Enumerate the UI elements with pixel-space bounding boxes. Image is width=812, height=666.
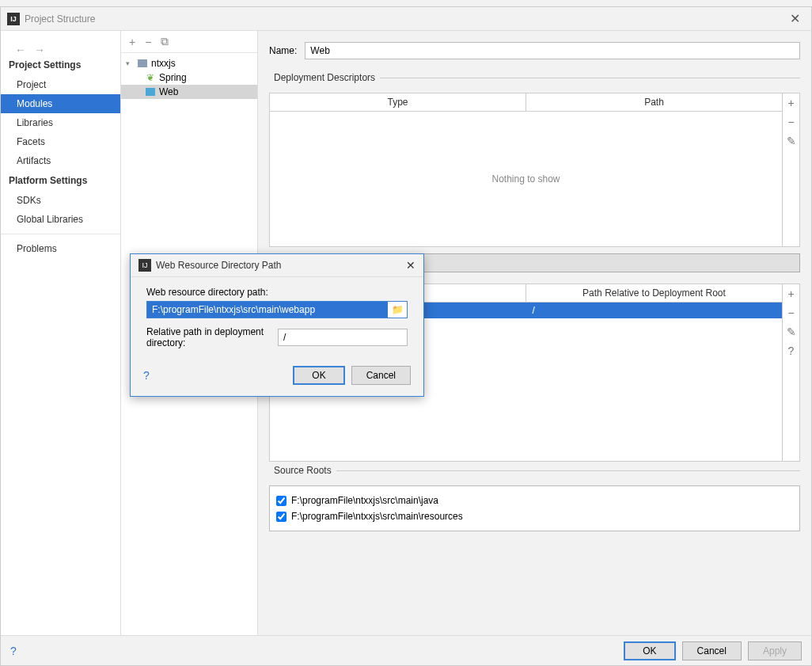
edit-icon[interactable]: ✎: [783, 131, 799, 150]
nav-arrows: ← →: [6, 39, 55, 61]
sidebar-item-artifacts[interactable]: Artifacts: [1, 151, 120, 170]
web-icon: [146, 88, 155, 96]
sidebar-item-libraries[interactable]: Libraries: [1, 113, 120, 132]
add-icon[interactable]: +: [783, 284, 799, 303]
name-input[interactable]: [305, 42, 800, 59]
path-input[interactable]: F:\programFile\ntxxjs\src\main\webapp 📁: [146, 301, 408, 318]
relative-label: Relative path in deployment directory:: [146, 326, 271, 348]
tree-node-web[interactable]: Web: [121, 85, 257, 99]
source-root-item[interactable]: F:\programFile\ntxxjs\src\main\resources: [276, 508, 793, 524]
tree-node-label: Web: [159, 86, 178, 97]
empty-text: Nothing to show: [491, 173, 560, 185]
ok-button[interactable]: OK: [293, 366, 344, 385]
spring-icon: ❦: [145, 72, 156, 83]
col-path: Path: [526, 93, 782, 111]
app-icon: IJ: [7, 13, 20, 25]
help-icon[interactable]: ?: [783, 341, 799, 360]
cell-relative: /: [526, 303, 783, 318]
browse-icon[interactable]: 📁: [388, 302, 407, 318]
close-icon[interactable]: ✕: [406, 259, 415, 272]
cancel-button[interactable]: Cancel: [682, 641, 742, 660]
sidebar-item-modules[interactable]: Modules: [1, 94, 120, 113]
col-relative-path: Path Relative to Deployment Root: [526, 284, 782, 302]
checkbox[interactable]: [276, 496, 286, 506]
source-root-path: F:\programFile\ntxxjs\src\main\resources: [291, 511, 463, 522]
remove-icon[interactable]: −: [783, 112, 799, 131]
deployment-descriptors-group: Deployment Descriptors: [269, 72, 800, 83]
source-root-path: F:\programFile\ntxxjs\src\main\java: [291, 495, 438, 506]
copy-icon[interactable]: ⧉: [161, 35, 169, 48]
sidebar-item-global-libraries[interactable]: Global Libraries: [1, 210, 120, 229]
ok-button[interactable]: OK: [624, 641, 675, 660]
source-roots-group: Source Roots: [269, 465, 800, 476]
sidebar-item-project[interactable]: Project: [1, 75, 120, 94]
heading-platform-settings: Platform Settings: [1, 170, 120, 191]
tree-node-spring[interactable]: ❦ Spring: [121, 70, 257, 85]
help-icon[interactable]: ?: [10, 645, 17, 657]
remove-icon[interactable]: −: [145, 36, 151, 48]
sr-legend: Source Roots: [269, 465, 336, 476]
remove-icon[interactable]: −: [783, 303, 799, 322]
col-type: Type: [270, 93, 526, 111]
web-resource-dialog: IJ Web Resource Directory Path ✕ Web res…: [130, 253, 424, 397]
checkbox[interactable]: [276, 512, 286, 522]
app-icon: IJ: [138, 259, 151, 272]
sidebar-item-problems[interactable]: Problems: [1, 239, 120, 258]
relative-input[interactable]: [278, 329, 408, 346]
footer: ? OK Cancel Apply: [1, 635, 811, 665]
dd-table: Type Path Nothing to show + − ✎: [269, 93, 800, 247]
dialog-title: Web Resource Directory Path: [156, 260, 406, 271]
apply-button[interactable]: Apply: [748, 641, 802, 660]
sidebar-item-facets[interactable]: Facets: [1, 132, 120, 151]
source-root-item[interactable]: F:\programFile\ntxxjs\src\main\java: [276, 493, 793, 508]
chevron-down-icon: ▾: [126, 59, 134, 67]
folder-icon: [138, 59, 147, 67]
close-icon[interactable]: ✕: [785, 11, 805, 26]
sidebar: Project Settings Project Modules Librari…: [1, 31, 121, 635]
back-icon[interactable]: ←: [15, 44, 26, 56]
name-label: Name:: [269, 45, 297, 56]
path-label: Web resource directory path:: [146, 287, 408, 298]
tree-node-label: ntxxjs: [151, 58, 176, 69]
add-icon[interactable]: +: [129, 36, 135, 48]
path-value: F:\programFile\ntxxjs\src\main\webapp: [147, 302, 388, 318]
tree-node-label: Spring: [159, 72, 187, 83]
sidebar-item-sdks[interactable]: SDKs: [1, 191, 120, 210]
forward-icon[interactable]: →: [34, 44, 45, 56]
dd-legend: Deployment Descriptors: [269, 72, 380, 83]
help-icon[interactable]: ?: [143, 369, 150, 382]
edit-icon[interactable]: ✎: [783, 322, 799, 341]
tree-node-ntxxjs[interactable]: ▾ ntxxjs: [121, 56, 257, 70]
source-roots-list: F:\programFile\ntxxjs\src\main\java F:\p…: [269, 485, 800, 531]
cancel-button[interactable]: Cancel: [351, 366, 411, 385]
tree-toolbar: + − ⧉: [121, 31, 257, 53]
titlebar: IJ Project Structure ✕: [1, 7, 811, 31]
window-title: Project Structure: [25, 13, 785, 25]
add-icon[interactable]: +: [783, 93, 799, 112]
